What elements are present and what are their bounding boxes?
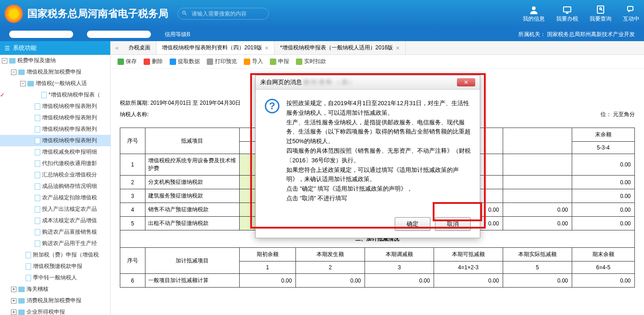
header-actions: 我的信息 我要办税 我要查询 互动中 (523, 5, 639, 23)
tree-root2[interactable]: +企业所得税申报 (0, 306, 110, 315)
handle-tax-button[interactable]: 我要办税 (556, 5, 578, 23)
interact-button[interactable]: 互动中 (623, 5, 639, 23)
save-button[interactable]: 保存 (118, 58, 137, 65)
my-info-button[interactable]: 我的信息 (523, 5, 545, 23)
collapse-sidebar-icon[interactable]: « (111, 44, 123, 51)
app-header: 国家税务总局河南省电子税务局 我的信息 我要办税 我要查询 互动中 (0, 0, 644, 27)
ok-button[interactable]: 确定 (395, 217, 430, 231)
search-wrap (177, 8, 269, 20)
tree-item[interactable]: 增值税纳税申报表附列 (0, 123, 110, 135)
tree-item[interactable]: 增值税纳税申报表附列 (0, 101, 110, 112)
sidebar: ☰ 系统功能 −税费申报及缴纳 −增值税及附加税费申报 −增值税(一般纳税人适 … (0, 41, 111, 315)
tree-item[interactable]: 季中转一般纳税人 (0, 272, 110, 283)
svg-point-0 (532, 6, 536, 10)
sidebar-header: ☰ 系统功能 (0, 41, 110, 55)
tree-item[interactable]: 投入产出法核定农产品 (0, 203, 110, 215)
tab-desktop[interactable]: 办税桌面 (123, 41, 156, 54)
tree-item[interactable]: 农产品核定扣除增值税 (0, 192, 110, 203)
tree-root2[interactable]: +消费税及附加税费申报 (0, 295, 110, 306)
credit-level: 信用等级B (165, 31, 190, 38)
tree-item[interactable]: *增值税纳税申报表（ (0, 89, 110, 101)
query-button[interactable]: 我要查询 (590, 5, 612, 23)
tree-item[interactable]: 增值税预缴税款申报 (0, 261, 110, 272)
dialog-message: 按照政策规定，自2019年4月1日至2021年12月31日，对生产、生活性服务业… (286, 99, 471, 203)
tree-item-active[interactable]: 增值税纳税申报表附列 (0, 135, 110, 146)
tree-item[interactable]: 成品油购销存情况明细 (0, 181, 110, 192)
question-icon: ? (265, 99, 279, 113)
tab-bar: « 办税桌面 增值税纳税申报表附列资料（四）2019版× *增值税纳税申报表（一… (111, 41, 644, 55)
tree-item[interactable]: 购进农产品用于生产经 (0, 238, 110, 249)
pay-button[interactable]: 实时扣款 (296, 58, 326, 65)
table-row[interactable]: 6一般项目加计抵减额计算0.000.000.000.000.000.00 (120, 274, 635, 288)
tree-l1[interactable]: −增值税及附加税费申报 (0, 66, 110, 78)
tab-form1[interactable]: 增值税纳税申报表附列资料（四）2019版× (156, 41, 274, 54)
tree-root2[interactable]: +海关稽核 (0, 283, 110, 295)
dialog-titlebar: 来自网页的消息 附 列 资 料 （ 四 ） ✕ (256, 75, 480, 90)
svg-point-3 (600, 8, 601, 10)
close-icon[interactable]: × (265, 44, 268, 52)
menu-icon: ☰ (5, 45, 10, 52)
tree-item[interactable]: 代扣代缴税收通用缴影 (0, 158, 110, 169)
logo-icon (5, 5, 23, 23)
import-button[interactable]: 导入 (244, 58, 263, 65)
org-name: 国家税务总局郑州高新技术产业开发 (547, 31, 635, 37)
tree-item[interactable]: 增值税减免税申报明细 (0, 146, 110, 158)
site-title: 国家税务总局河南省电子税务局 (27, 7, 168, 21)
close-icon[interactable]: × (396, 44, 400, 52)
svg-rect-1 (564, 7, 571, 12)
tab-form2[interactable]: *增值税纳税申报表（一般纳税人适用）2016版× (274, 41, 406, 54)
tree-root[interactable]: −税费申报及缴纳 (0, 55, 110, 66)
tree-item[interactable]: 成本法核定农产品增值 (0, 215, 110, 226)
sub-header: 信用等级B 所属机关： 国家税务总局郑州高新技术产业开发 (0, 27, 644, 41)
toolbar: 保存 删除 提取数据 打印预览 导入 申报 实时扣款 (111, 55, 644, 69)
confirm-dialog: 来自网页的消息 附 列 资 料 （ 四 ） ✕ ? 按照政策规定，自2019年4… (255, 75, 480, 238)
delete-button[interactable]: 删除 (144, 58, 163, 65)
tree-l2[interactable]: −增值税(一般纳税人适 (0, 78, 110, 89)
redacted-field (87, 31, 151, 38)
cancel-button[interactable]: 取消 (435, 217, 471, 231)
submit-button[interactable]: 申报 (270, 58, 289, 65)
dialog-close-button[interactable]: ✕ (457, 78, 475, 86)
tree-item[interactable]: 附加税（费）申报（增值税 (0, 249, 110, 261)
tree-item[interactable]: 购进农产品直接销售核 (0, 226, 110, 238)
svg-rect-4 (628, 6, 633, 11)
tree-item[interactable]: 汇总纳税企业增值税分 (0, 169, 110, 181)
print-button[interactable]: 打印预览 (207, 58, 237, 65)
extract-button[interactable]: 提取数据 (170, 58, 200, 65)
tree-item[interactable]: 增值税纳税申报表附列 (0, 112, 110, 123)
search-input[interactable] (177, 8, 269, 20)
redacted-field (9, 31, 73, 38)
